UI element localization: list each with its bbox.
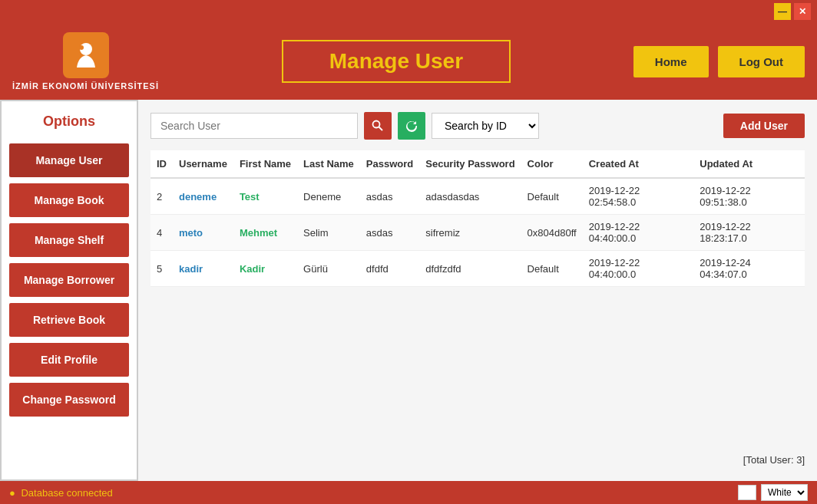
home-button[interactable]: Home	[633, 46, 709, 77]
close-button[interactable]: ✕	[794, 3, 811, 20]
user-table: ID Username First Name Last Name Passwor…	[150, 150, 805, 287]
col-header-lastname: Last Name	[297, 150, 360, 178]
toolbar: Search by ID Search by Username Search b…	[150, 112, 805, 140]
cell-updated-at: 2019-12-22 09:51:38.0	[693, 178, 805, 215]
add-user-button[interactable]: Add User	[723, 114, 805, 138]
cell-security-password: adasdasdas	[419, 178, 521, 215]
cell-id: 5	[150, 251, 173, 287]
sidebar: Options Manage User Manage Book Manage S…	[0, 100, 138, 481]
svg-line-3	[379, 127, 383, 131]
theme-preview	[738, 485, 756, 500]
sidebar-item-manage-book[interactable]: Manage Book	[9, 183, 129, 217]
cell-password: dfdfd	[360, 251, 419, 287]
sidebar-item-edit-profile[interactable]: Edit Profile	[9, 343, 129, 377]
theme-selector: White Dark	[738, 484, 808, 501]
minimize-button[interactable]: —	[774, 3, 791, 20]
cell-password: asdas	[360, 215, 419, 251]
col-header-created-at: Created At	[583, 150, 694, 178]
table-header-row: ID Username First Name Last Name Passwor…	[150, 150, 805, 178]
cell-username: meto	[173, 215, 233, 251]
cell-created-at: 2019-12-22 04:40:00.0	[583, 215, 694, 251]
cell-username: kadir	[173, 251, 233, 287]
table-row[interactable]: 4 meto Mehmet Selim asdas sifremiz 0x804…	[150, 215, 805, 251]
sidebar-item-retrieve-book[interactable]: Retrieve Book	[9, 303, 129, 337]
content-area: Search by ID Search by Username Search b…	[138, 100, 817, 481]
cell-created-at: 2019-12-22 02:54:58.0	[583, 178, 694, 215]
sidebar-item-change-password[interactable]: Change Password	[9, 383, 129, 417]
col-header-updated-at: Updated At	[693, 150, 805, 178]
cell-id: 2	[150, 178, 173, 215]
cell-lastname: Selim	[297, 215, 360, 251]
logout-button[interactable]: Log Out	[718, 46, 805, 77]
cell-id: 4	[150, 215, 173, 251]
db-dot-icon: ●	[9, 487, 15, 499]
cell-firstname: Test	[233, 178, 297, 215]
db-status-text: Database connected	[21, 487, 112, 499]
cell-firstname: Mehmet	[233, 215, 297, 251]
total-users-label: [Total User: 3]	[150, 451, 805, 469]
title-bar: — ✕	[0, 0, 817, 23]
cell-lastname: Gürlü	[297, 251, 360, 287]
window-controls: — ✕	[774, 3, 811, 20]
sidebar-item-manage-user[interactable]: Manage User	[9, 143, 129, 177]
logo-text: İZMİR EKONOMİ ÜNİVERSİTESİ	[12, 81, 159, 91]
footer: ● Database connected White Dark	[0, 481, 817, 504]
cell-firstname: Kadir	[233, 251, 297, 287]
cell-color: Default	[521, 251, 583, 287]
search-input[interactable]	[150, 113, 358, 139]
header-buttons: Home Log Out	[633, 46, 805, 77]
cell-password: asdas	[360, 178, 419, 215]
logo-area: İZMİR EKONOMİ ÜNİVERSİTESİ	[12, 32, 159, 91]
col-header-color: Color	[521, 150, 583, 178]
theme-select[interactable]: White Dark	[761, 484, 808, 501]
cell-color: 0x804d80ff	[521, 215, 583, 251]
svg-point-1	[79, 45, 84, 50]
cell-security-password: dfdfzdfd	[419, 251, 521, 287]
header: İZMİR EKONOMİ ÜNİVERSİTESİ Manage User H…	[0, 23, 817, 100]
search-by-select[interactable]: Search by ID Search by Username Search b…	[432, 113, 539, 139]
db-status: ● Database connected	[9, 487, 113, 499]
cell-security-password: sifremiz	[419, 215, 521, 251]
search-button[interactable]	[364, 112, 392, 140]
cell-updated-at: 2019-12-24 04:34:07.0	[693, 251, 805, 287]
page-title: Manage User	[282, 40, 511, 83]
col-header-password: Password	[360, 150, 419, 178]
sidebar-item-manage-borrower[interactable]: Manage Borrower	[9, 263, 129, 297]
user-table-wrapper: ID Username First Name Last Name Passwor…	[150, 150, 805, 451]
cell-updated-at: 2019-12-22 18:23:17.0	[693, 215, 805, 251]
col-header-security-password: Security Password	[419, 150, 521, 178]
col-header-id: ID	[150, 150, 173, 178]
cell-lastname: Deneme	[297, 178, 360, 215]
refresh-button[interactable]	[398, 112, 425, 140]
main-layout: Options Manage User Manage Book Manage S…	[0, 100, 817, 481]
sidebar-title: Options	[9, 109, 129, 137]
col-header-username: Username	[173, 150, 233, 178]
col-header-firstname: First Name	[233, 150, 297, 178]
table-row[interactable]: 2 deneme Test Deneme asdas adasdasdas De…	[150, 178, 805, 215]
logo-icon	[63, 32, 109, 78]
cell-color: Default	[521, 178, 583, 215]
table-row[interactable]: 5 kadir Kadir Gürlü dfdfd dfdfzdfd Defau…	[150, 251, 805, 287]
cell-created-at: 2019-12-22 04:40:00.0	[583, 251, 694, 287]
cell-username: deneme	[173, 178, 233, 215]
sidebar-item-manage-shelf[interactable]: Manage Shelf	[9, 223, 129, 257]
svg-point-2	[373, 121, 380, 128]
